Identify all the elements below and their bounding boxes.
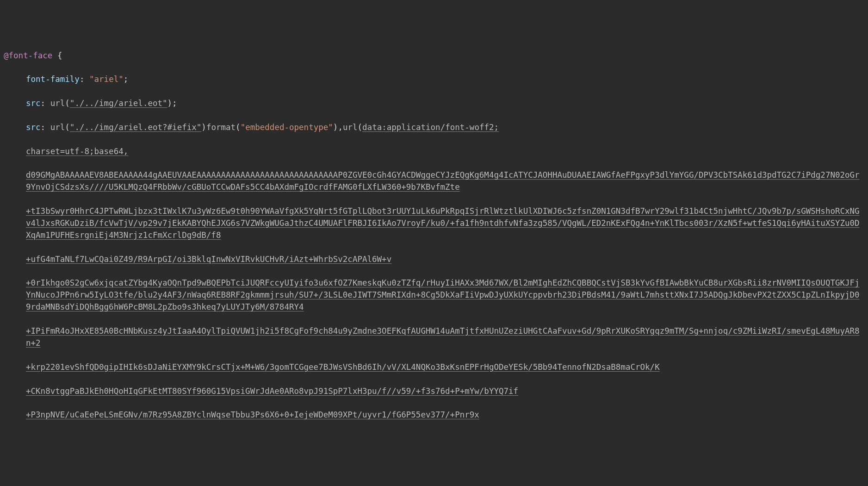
code-line-3: src: url("./../img/ariel.eot"); [4,98,864,110]
code-line-1: @font-face { [4,50,864,62]
brace-open: { [52,51,62,60]
url-content: "./../img/ariel.eot" [70,99,167,108]
url-func: url [343,123,358,132]
base64-data: +IPiFmR4oJHxXE85A0BcHNbKusz4yJtIaaA4OylT… [26,326,860,348]
code-wrap-6: +IPiFmR4oJHxXE85A0BcHNbKusz4yJtIaaA4OylT… [4,325,864,349]
code-wrap-1: charset=utf-8;base64, [4,146,864,158]
base64-data: +ufG4mTaNLf7LwCQai0Z49/R9ArpGI/oi3BklqIn… [26,255,391,264]
code-wrap-8: +CKn8vtggPaBJkEh0HQoHIqGFkEtMT80SYf960G1… [4,386,864,398]
url-content: "./../img/ariel.eot?#iefix" [70,123,201,132]
base64-data: +CKn8vtggPaBJkEh0HQoHIqGFkEtMT80SYf960G1… [26,386,518,396]
base64-data: +P3npNVE/uCaEePeLSmEGNv/m7Rz95A8ZBYclnWq… [26,410,479,419]
base64-data: +tI3bSwyr0HhrC4JPTwRWLjbzx3tIWxlK7u3yWz6… [26,206,860,240]
base64-data: +0rIkhgo0S2gCw6xjqcatZYbg4KyaOQnTpd9wBQE… [26,278,860,312]
property-src: src [26,123,41,132]
base64-data: charset=utf-8;base64, [26,147,128,156]
code-wrap-3: +tI3bSwyr0HhrC4JPTwRWLjbzx3tIWxlK7u3yWz6… [4,206,864,242]
code-wrap-5: +0rIkhgo0S2gCw6xjqcatZYbg4KyaOQnTpd9wBQE… [4,277,864,313]
url-func: url [50,99,65,108]
at-rule: @font-face [4,51,52,60]
format-func: format [206,123,236,132]
code-line-2: font-family: "ariel"; [4,74,864,86]
code-wrap-7: +krp2201evShfQD0gipIHIk6sDJaNiEYXMY9kCrs… [4,361,864,374]
url-func: url [50,123,65,132]
string-value: "ariel" [89,75,124,84]
code-line-4: src: url("./../img/ariel.eot?#iefix")for… [4,122,864,134]
base64-data: d09GMgABAAAAAEV8ABEAAAAA44gAAEUVAAEAAAAA… [26,170,860,192]
property-font-family: font-family [26,75,80,84]
code-wrap-4: +ufG4mTaNLf7LwCQai0Z49/R9ArpGI/oi3BklqIn… [4,254,864,266]
format-value: "embedded-opentype" [241,123,333,132]
code-wrap-2: d09GMgABAAAAAEV8ABEAAAAA44gAAEUVAAEAAAAA… [4,169,864,193]
code-wrap-9: +P3npNVE/uCaEePeLSmEGNv/m7Rz95A8ZBYclnWq… [4,409,864,421]
data-uri-prefix: data:application/font-woff2; [362,123,499,132]
base64-data: +krp2201evShfQD0gipIHIk6sDJaNiEYXMY9kCrs… [26,362,660,372]
property-src: src [26,99,41,108]
